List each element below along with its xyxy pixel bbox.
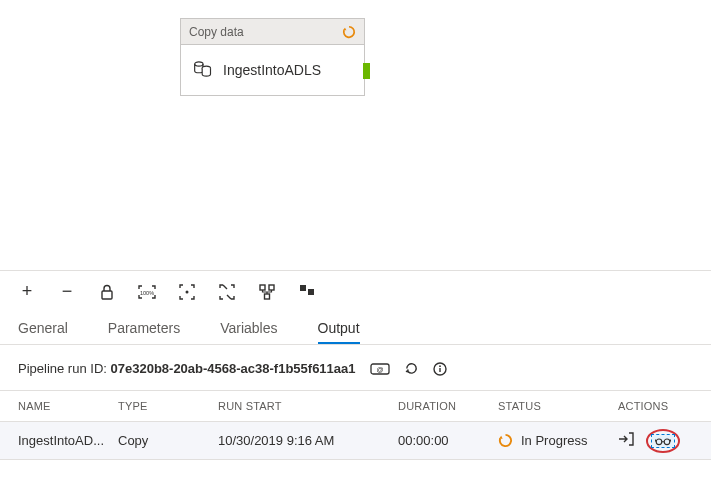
activity-type-label: Copy data bbox=[189, 25, 244, 39]
run-id-value: 07e320b8-20ab-4568-ac38-f1b55f611aa1 bbox=[111, 361, 356, 376]
in-progress-icon bbox=[342, 25, 356, 39]
input-action-button[interactable] bbox=[618, 432, 634, 449]
status-text: In Progress bbox=[521, 433, 587, 448]
zoom-out-button[interactable]: − bbox=[58, 283, 76, 301]
col-header-actions: ACTIONS bbox=[618, 400, 693, 412]
activity-name: IngestIntoADLS bbox=[223, 62, 321, 78]
lock-button[interactable] bbox=[98, 283, 116, 301]
svg-text:@: @ bbox=[376, 366, 383, 373]
col-header-run-start: RUN START bbox=[218, 400, 398, 412]
col-header-duration: DURATION bbox=[398, 400, 498, 412]
svg-rect-14 bbox=[439, 368, 440, 372]
col-header-type: TYPE bbox=[118, 400, 218, 412]
svg-rect-9 bbox=[308, 289, 314, 295]
svg-point-13 bbox=[439, 365, 441, 367]
refresh-button[interactable] bbox=[404, 361, 419, 376]
pipeline-canvas[interactable]: Copy data IngestIntoADLS bbox=[0, 0, 711, 270]
svg-rect-8 bbox=[300, 285, 306, 291]
database-icon bbox=[193, 60, 213, 81]
details-action-highlight bbox=[646, 429, 680, 453]
cell-name: IngestIntoAD... bbox=[18, 433, 118, 448]
svg-rect-2 bbox=[102, 291, 112, 299]
details-action-button[interactable] bbox=[651, 434, 675, 448]
activity-runs-table-header: NAME TYPE RUN START DURATION STATUS ACTI… bbox=[0, 390, 711, 422]
svg-point-4 bbox=[186, 290, 189, 293]
copy-run-id-button[interactable]: @ bbox=[370, 362, 390, 376]
in-progress-icon bbox=[498, 433, 513, 448]
run-id-label: Pipeline run ID: bbox=[18, 361, 111, 376]
panel-tabs: General Parameters Variables Output bbox=[0, 312, 711, 345]
auto-align-button[interactable] bbox=[258, 283, 276, 301]
activity-body: IngestIntoADLS bbox=[181, 45, 364, 95]
cell-type: Copy bbox=[118, 433, 218, 448]
cell-status: In Progress bbox=[498, 433, 618, 448]
svg-rect-6 bbox=[269, 285, 274, 290]
cell-actions bbox=[618, 429, 693, 453]
svg-rect-5 bbox=[260, 285, 265, 290]
svg-point-0 bbox=[195, 61, 203, 65]
activity-success-port[interactable] bbox=[363, 63, 370, 79]
svg-rect-7 bbox=[265, 294, 270, 299]
fullscreen-button[interactable] bbox=[218, 283, 236, 301]
col-header-status: STATUS bbox=[498, 400, 618, 412]
cell-run-start: 10/30/2019 9:16 AM bbox=[218, 433, 398, 448]
tab-general[interactable]: General bbox=[18, 320, 68, 344]
activity-header: Copy data bbox=[181, 19, 364, 45]
tab-variables[interactable]: Variables bbox=[220, 320, 277, 344]
svg-text:100%: 100% bbox=[140, 289, 154, 295]
canvas-toolbar: + − 100% bbox=[0, 270, 711, 312]
info-button[interactable] bbox=[433, 362, 447, 376]
col-header-name: NAME bbox=[18, 400, 118, 412]
zoom-fit-button[interactable] bbox=[178, 283, 196, 301]
layout-button[interactable] bbox=[298, 283, 316, 301]
cell-duration: 00:00:00 bbox=[398, 433, 498, 448]
activity-node-copy-data[interactable]: Copy data IngestIntoADLS bbox=[180, 18, 365, 96]
tab-output[interactable]: Output bbox=[318, 320, 360, 344]
zoom-in-button[interactable]: + bbox=[18, 283, 36, 301]
table-row[interactable]: IngestIntoAD... Copy 10/30/2019 9:16 AM … bbox=[0, 422, 711, 460]
zoom-100-button[interactable]: 100% bbox=[138, 283, 156, 301]
svg-point-15 bbox=[656, 439, 662, 445]
tab-parameters[interactable]: Parameters bbox=[108, 320, 180, 344]
svg-point-16 bbox=[664, 439, 670, 445]
pipeline-run-info: Pipeline run ID: 07e320b8-20ab-4568-ac38… bbox=[0, 345, 711, 390]
